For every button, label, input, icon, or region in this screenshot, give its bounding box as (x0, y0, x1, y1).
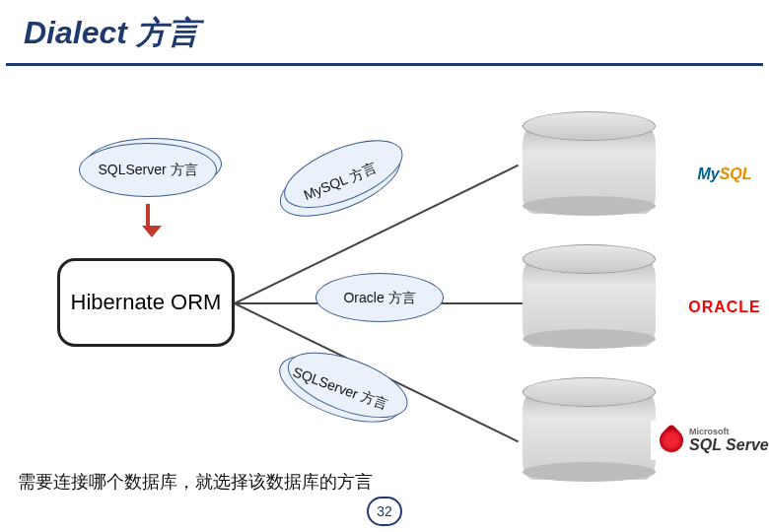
mysql-logo: MySQL (665, 155, 769, 194)
page-number: 32 (367, 497, 402, 526)
badge-sqlserver-dialect-top: SQLServer 方言 (79, 143, 217, 197)
mysql-logo-part2: SQL (720, 166, 752, 183)
diagram-canvas: MySQL ORACLE Microsoft SQL Server MySQL … (0, 66, 769, 499)
database-cylinder-mysql (523, 125, 656, 214)
sqlserver-name-text: SQL Server (689, 436, 769, 453)
sqlserver-logo: Microsoft SQL Server (651, 421, 769, 460)
arrow-down-icon (146, 204, 150, 228)
database-cylinder-oracle (523, 258, 656, 347)
sqlserver-flag-icon (655, 424, 688, 457)
bottom-note: 需要连接哪个数据库，就选择该数据库的方言 (18, 470, 373, 494)
page-title: Dialect 方言 (6, 0, 763, 66)
badge-mysql-dialect: MySQL 方言 (270, 133, 409, 232)
badge-sqlserver-dialect-bottom: SQLServer 方言 (271, 341, 410, 435)
database-cylinder-sqlserver (523, 391, 656, 480)
oracle-logo: ORACLE (665, 288, 769, 327)
badge-oracle-dialect: Oracle 方言 (315, 273, 444, 322)
sqlserver-vendor-text: Microsoft (689, 427, 769, 436)
mysql-logo-part1: My (697, 166, 719, 183)
hibernate-orm-box: Hibernate ORM (57, 258, 235, 347)
